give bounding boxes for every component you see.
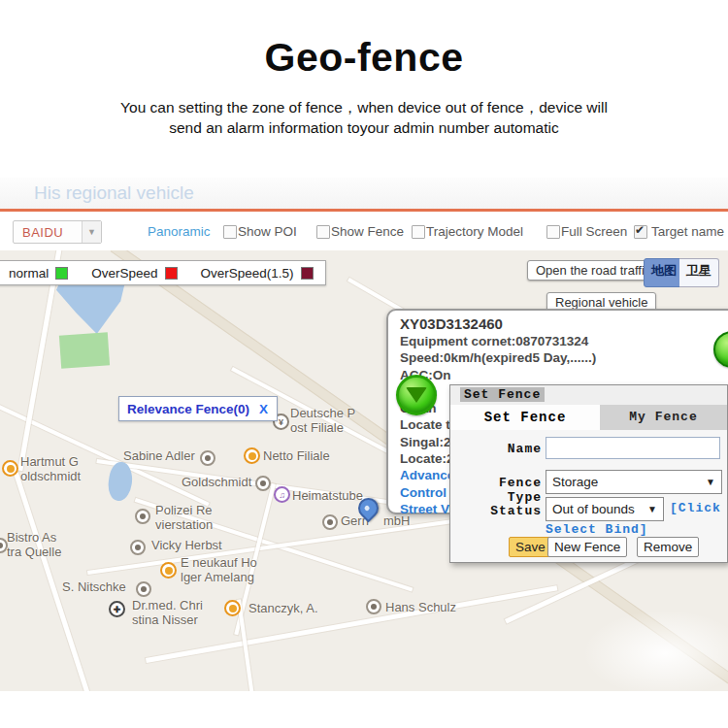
place-dot-icon [200,450,215,466]
tab-my-fence[interactable]: My Fence [600,405,727,430]
popup-speed-line: Speed:0km/h(expired5 Day,......) [400,349,728,366]
park-area [59,332,110,368]
chevron-down-icon: ▼ [647,504,663,514]
map-highlight [582,610,728,691]
app-header: His regional vehicle [0,178,728,209]
place-dot-icon [130,540,146,555]
fence-name-input[interactable] [546,437,720,459]
name-label: Name [468,442,542,456]
map-provider-select[interactable]: BAIDU ▼ [13,220,102,244]
dialog-title: Set Fence [460,387,545,402]
save-button[interactable]: Save [509,537,552,557]
poi-stanczyk: Stanczyk, A. [248,601,318,615]
checkbox-show-fence-label: Show Fence [331,224,404,239]
poi-s-nitschke: S. Nitschke [62,579,126,594]
poi-neukauf-amelang: E neukauf Ho lger Amelang [181,555,278,584]
place-dot-icon [366,599,381,614]
app-tab-title: His regional vehicle [34,182,194,204]
dialog-titlebar[interactable]: Set Fence [450,385,727,406]
poi-vicky-herbst: Vicky Herbst [151,538,222,552]
vehicle-id: XY03D3132460 [400,315,728,333]
place-dot-icon [135,509,150,524]
legend-overspeed-swatch [165,267,178,280]
toolbar: BAIDU ▼ Panoramic Show POI Show Fence Tr… [0,212,728,251]
legend-overspeed15-label: OverSpeed(1.5) [201,266,294,281]
fence-type-select[interactable]: Storage ▼ [546,470,722,494]
fence-type-value: Storage [546,475,706,489]
chevron-down-icon[interactable]: ▼ [82,221,101,243]
close-icon[interactable]: X [259,402,277,416]
checkbox-trajectory-model[interactable] [412,225,425,239]
place-dot-icon [255,476,271,491]
poi-hans-schulz: Hans Schulz [385,600,456,614]
map-canvas[interactable]: normal OverSpeed OverSpeed(1.5) Open the… [0,250,728,691]
status-value: Out of bounds [546,502,647,516]
poi-bistro-astra-quelle: Bistro As tra Quelle [7,530,71,559]
select-bind-link[interactable]: Select Bind] [546,522,648,537]
fence-type-label: Fence Type [458,476,542,505]
chevron-down-icon: ▼ [706,477,721,487]
popup-equipment-line: Equipment cornet:0870731324 [400,333,728,349]
poi-hartmut-goldschmidt: Hartmut G oldschmidt [20,454,96,483]
subtitle-line-1: You can setting the zone of fence，when d… [0,97,728,117]
checkbox-target-name[interactable] [634,225,647,239]
tab-set-fence[interactable]: Set Fence [450,405,600,430]
new-fence-button[interactable]: New Fence [547,537,627,557]
checkbox-full-screen[interactable] [546,225,560,239]
legend-normal-label: normal [9,266,49,281]
poi-deutsche-post: Deutsche P ost Filiale [290,406,366,435]
shop-icon [244,447,260,464]
popup-acc-line: ACC:On [400,367,728,383]
poi-goldschmidt: Goldschmidt [182,475,251,489]
status-label: Status [489,504,542,518]
shop-icon [2,460,18,477]
checkbox-show-fence[interactable] [316,225,330,239]
legend-overspeed-label: OverSpeed [91,266,157,281]
heimatstube-icon: ♫ [274,486,290,503]
checkbox-trajectory-model-label: Trajectory Model [426,224,523,239]
checkbox-full-screen-label: Full Screen [561,224,627,239]
place-dot-icon [136,581,151,597]
page-subtitle: You can setting the zone of fence，when d… [0,97,728,138]
doctor-cross-icon: ✚ [109,601,125,617]
poi-heimatstube: Heimatstube [292,488,363,503]
remove-button[interactable]: Remove [637,537,699,557]
relevance-fence-label: Relevance Fence(0) [119,402,259,416]
map-provider-value: BAIDU [14,225,82,240]
subtitle-line-2: send an alarm information toyour admin n… [0,117,728,138]
legend-normal-swatch [55,267,68,280]
click-select-bind-link[interactable]: [Click [670,501,721,515]
panoramic-link[interactable]: Panoramic [148,224,211,239]
checkbox-target-name-label: Target name [651,224,724,239]
lake [56,278,126,334]
shop-icon [160,562,177,579]
relevance-fence-tag[interactable]: Relevance Fence(0) X [118,396,278,421]
poi-polizei: Polizei Re vierstation [155,503,233,532]
map-type-button[interactable]: 地图 [644,258,684,287]
set-fence-dialog: Set Fence Set Fence My Fence Name Fence … [449,384,728,563]
legend-overspeed15-swatch [301,267,314,280]
place-dot-icon [322,514,338,530]
checkbox-show-poi[interactable] [223,225,237,239]
road-traffic-button[interactable]: Open the road traffic [527,260,659,281]
poi-drmed-nisser: Dr.med. Chri stina Nisser [132,598,217,627]
checkbox-show-poi-label: Show POI [238,224,297,239]
page-title: Geo-fence [0,35,728,81]
poi-sabine-adler: Sabine Adler [123,448,195,463]
status-select[interactable]: Out of bounds ▼ [546,497,664,521]
speed-legend: normal OverSpeed OverSpeed(1.5) [0,260,326,285]
alarm-message-icon[interactable] [396,375,437,415]
satellite-type-button[interactable]: 卫星 [679,258,719,287]
poi-netto-filiale: Netto Filiale [263,448,330,463]
shop-icon [224,600,241,616]
